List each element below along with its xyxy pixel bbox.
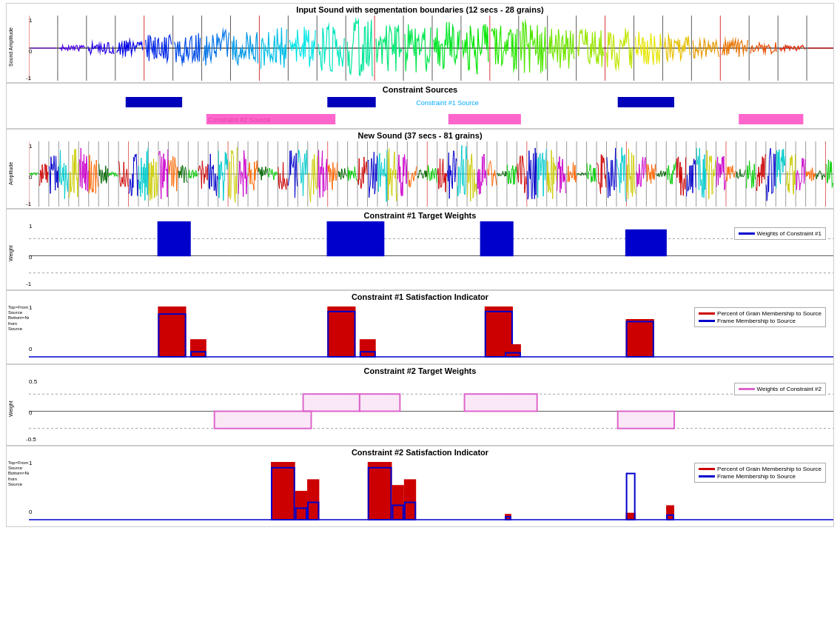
panel-3-ylabel: Amplitude xyxy=(8,147,21,199)
p7-y1: 1 xyxy=(29,460,32,466)
panel-3-canvas xyxy=(29,141,833,207)
p6-y05: 0.5 xyxy=(29,378,37,385)
legend-7-label-1: Percent of Grain Membership to Source xyxy=(717,466,821,472)
p3-y-tick-neg1: -1 xyxy=(26,201,31,207)
panel-input-sound: Input Sound with segmentation boundaries… xyxy=(6,3,834,83)
p4-y0: 0 xyxy=(29,254,32,261)
panel-6-ylabel: Weight xyxy=(8,383,21,435)
legend-item-1: Weights of Constraint #1 xyxy=(739,230,821,237)
legend-6-item-1: Weights of Constraint #2 xyxy=(739,386,821,392)
legend-7-color-1 xyxy=(699,468,715,470)
legend-5-label-2: Frame Membership to Source xyxy=(717,318,796,324)
p5-y0: 0 xyxy=(29,346,32,352)
y-tick-1: 1 xyxy=(29,17,32,24)
panel-1-ylabel: Sound Amplitude xyxy=(8,21,21,73)
legend-5-color-1 xyxy=(699,312,715,315)
p3-y-tick-1: 1 xyxy=(29,143,32,150)
p7-y0: 0 xyxy=(29,509,32,515)
panel-1-canvas xyxy=(29,16,833,81)
panel-2-title: Constraint Sources xyxy=(7,84,833,94)
legend-7-label-2: Frame Membership to Source xyxy=(717,473,796,480)
y-tick-0: 0 xyxy=(29,48,32,55)
legend-6-color-1 xyxy=(739,388,755,390)
panel-1-title: Input Sound with segmentation boundaries… xyxy=(7,4,833,14)
p4-y1: 1 xyxy=(29,223,32,229)
p5-y1: 1 xyxy=(29,304,32,311)
legend-label-1: Weights of Constraint #1 xyxy=(757,230,821,237)
p6-y0: 0 xyxy=(29,409,32,416)
panel-constraint2-satisfaction: Constraint #2 Satisfaction Indicator Top… xyxy=(6,446,834,527)
panel-7-legend: Percent of Grain Membership to Source Fr… xyxy=(694,463,826,483)
panel-constraint1-weights: Constraint #1 Target Weights Weight 1 0 … xyxy=(6,209,834,290)
panel-5-title: Constraint #1 Satisfaction Indicator xyxy=(7,291,833,301)
legend-7-color-2 xyxy=(699,475,715,477)
p4-yneg1: -1 xyxy=(26,281,31,287)
panel-4-title: Constraint #1 Target Weights xyxy=(7,210,833,220)
panel-4-legend: Weights of Constraint #1 xyxy=(734,227,826,240)
p3-y-tick-0: 0 xyxy=(29,174,32,181)
panel-5-ylabel: Top=From Source Bottom=Not from Source xyxy=(8,305,29,332)
panel-3-title: New Sound (37 secs - 81 grains) xyxy=(7,130,833,140)
panel-2-canvas xyxy=(29,95,833,129)
panel-4-ylabel: Weight xyxy=(8,227,21,279)
legend-7-item-1: Percent of Grain Membership to Source xyxy=(699,466,821,472)
panel-5-legend: Percent of Grain Membership to Source Fr… xyxy=(694,307,826,327)
legend-5-label-1: Percent of Grain Membership to Source xyxy=(717,310,821,317)
main-container: Input Sound with segmentation boundaries… xyxy=(0,0,840,630)
legend-5-item-1: Percent of Grain Membership to Source xyxy=(699,310,821,317)
legend-5-color-2 xyxy=(699,320,715,322)
panel-6-legend: Weights of Constraint #2 xyxy=(734,383,826,395)
panel-constraint1-satisfaction: Constraint #1 Satisfaction Indicator Top… xyxy=(6,290,834,364)
panel-4-canvas xyxy=(29,221,833,290)
y-tick-neg1: -1 xyxy=(26,75,31,81)
panel-6-canvas xyxy=(29,377,833,446)
panel-constraint2-weights: Constraint #2 Target Weights Weight 0.5 … xyxy=(6,364,834,446)
panel-6-title: Constraint #2 Target Weights xyxy=(7,365,833,375)
legend-7-item-2: Frame Membership to Source xyxy=(699,473,821,480)
panel-7-title: Constraint #2 Satisfaction Indicator xyxy=(7,446,833,457)
panel-7-ylabel: Top=From Source Bottom=Not from Source xyxy=(8,460,29,487)
legend-6-label-1: Weights of Constraint #2 xyxy=(757,386,821,392)
panel-new-sound: New Sound (37 secs - 81 grains) Amplitud… xyxy=(6,129,834,209)
legend-5-item-2: Frame Membership to Source xyxy=(699,318,821,324)
p6-yneg05: -0.5 xyxy=(26,436,36,443)
panel-constraint-sources: Constraint Sources xyxy=(6,83,834,129)
legend-color-1 xyxy=(739,232,755,235)
